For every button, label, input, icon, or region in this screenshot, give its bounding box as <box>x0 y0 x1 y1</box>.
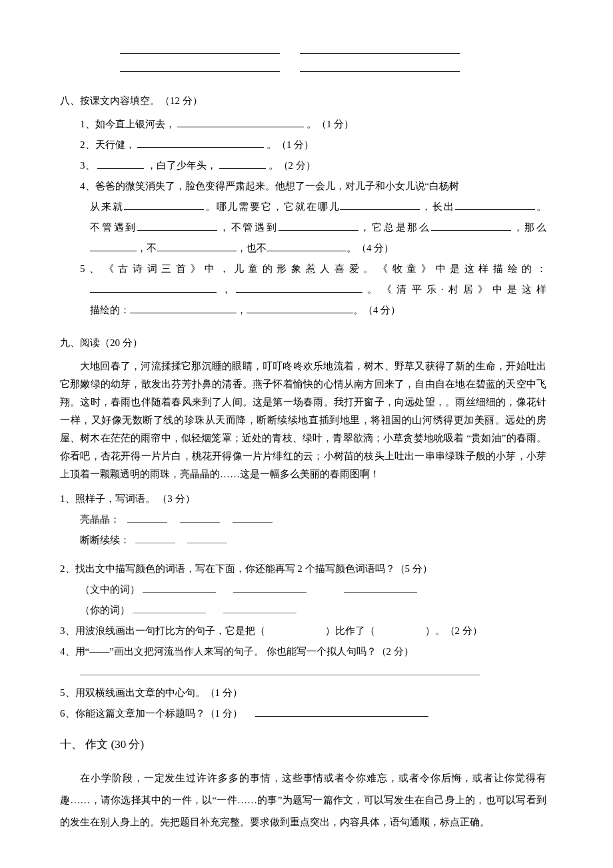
blank[interactable] <box>124 199 204 210</box>
q9-2a-label: （文中的词） <box>80 584 140 595</box>
blank[interactable] <box>455 199 535 210</box>
blank[interactable] <box>97 157 144 169</box>
q8-4a: 4、爸爸的微笑消失了，脸色变得严肃起来。他想了一会儿，对儿子和小女儿说“白杨树 <box>80 181 459 191</box>
q8-1-text: 1、如今直上银河去， <box>80 119 175 129</box>
q8-5-row2: ，。《清平乐·村居》中是这样 <box>90 281 546 299</box>
section-10-title: 十、 作文 (30 分) <box>60 735 546 755</box>
q8-5a: 5、《古诗词三首》中，儿童的形象惹人喜爱。《牧童》中是这样描绘的： <box>80 263 546 274</box>
q9-3: 3、用波浪线画出一句打比方的句子，它是把（ ）比作了（ ）。（2 分） <box>60 622 546 640</box>
blank[interactable] <box>130 302 237 313</box>
q8-4f: 不管遇到 <box>90 222 137 233</box>
blank[interactable] <box>247 302 353 313</box>
q9-4: 4、用“——”画出文把河流当作人来写的句子。 你也能写一个拟人句吗？（2 分） <box>60 643 546 661</box>
q8-5-tail: 。（4 分） <box>353 305 400 315</box>
q9-5: 5、用双横线画出文章的中心句。（1 分） <box>60 684 546 702</box>
blank-segment[interactable] <box>120 40 280 54</box>
q9-4-blank <box>60 663 546 681</box>
q8-3: 3、 ，白了少年头， 。（2 分） <box>80 157 546 175</box>
q9-6-text: 6、你能这篇文章加一个标题吗？（1 分） <box>60 708 243 719</box>
q8-5d: 描绘的： <box>90 305 130 315</box>
q8-4-row4: ，不，也不。（4 分） <box>90 239 546 257</box>
blank[interactable] <box>80 665 480 675</box>
q9-1a: 亮晶晶： <box>80 511 546 529</box>
blank-segment[interactable] <box>300 58 460 72</box>
blank[interactable] <box>233 513 273 523</box>
q8-4-row2: 从来就。哪儿需要它，它就在哪儿，长出。 <box>90 198 546 216</box>
q8-2-text: 2、天行健， <box>80 139 135 150</box>
q9-2b: （你的词） <box>80 601 546 619</box>
q8-4k: ，也不 <box>237 243 267 253</box>
blank[interactable] <box>137 219 217 231</box>
q8-5-row1: 5、《古诗词三首》中，儿童的形象惹人喜爱。《牧童》中是这样描绘的： <box>80 260 546 278</box>
blank[interactable] <box>233 583 306 593</box>
q9-1b: 断断续续： <box>80 531 546 549</box>
q8-3b: ，白了少年头， <box>147 160 217 171</box>
blank[interactable] <box>177 116 304 127</box>
q8-5e: ， <box>237 305 247 315</box>
blank[interactable] <box>219 157 266 169</box>
blank[interactable] <box>431 219 511 231</box>
blank[interactable] <box>180 513 220 523</box>
q9-2b-label: （你的词） <box>80 605 130 615</box>
blank[interactable] <box>127 513 167 523</box>
q9-1: 1、照样子，写词语。 （3 分） <box>60 490 546 508</box>
blank-row <box>120 40 546 54</box>
blank[interactable] <box>267 240 346 251</box>
blank[interactable] <box>223 603 297 613</box>
essay-prompt: 在小学阶段，一定发生过许许多多的事情，这些事情或者令你难忘，或者令你后悔，或者让… <box>60 767 546 833</box>
q8-4b: 从来就 <box>90 201 124 212</box>
q9-2a: （文中的词） <box>80 581 546 599</box>
q8-1-tail: 。（1 分） <box>306 119 354 129</box>
blank[interactable] <box>255 705 428 717</box>
top-blank-lines <box>120 40 546 72</box>
q8-4g: ，不管遇到 <box>217 222 279 233</box>
blank[interactable] <box>137 137 264 148</box>
q8-2: 2、天行健， 。（1 分） <box>80 136 546 154</box>
q8-4-row1: 4、爸爸的微笑消失了，脸色变得严肃起来。他想了一会儿，对儿子和小女儿说“白杨树 <box>80 177 546 195</box>
reading-passage: 大地回春了，河流揉揉它那沉睡的眼睛，叮叮咚咚欢乐地流着，树木、野草又获得了新的生… <box>60 357 546 483</box>
q8-4h: ，它总是那么 <box>358 222 431 233</box>
q9-6: 6、你能这篇文章加一个标题吗？（1 分） <box>60 705 546 723</box>
q8-3a: 3、 <box>80 160 95 171</box>
q8-5c: 。《清平乐·村居》中是这样 <box>362 284 546 295</box>
section-8-title: 八、按课文内容填空。（12 分） <box>60 92 546 110</box>
blank-segment[interactable] <box>300 40 460 54</box>
blank-row <box>120 58 546 72</box>
blank[interactable] <box>279 219 358 231</box>
blank[interactable] <box>340 199 420 210</box>
q8-5-row3: 描绘的：，。（4 分） <box>90 301 546 319</box>
blank[interactable] <box>344 583 417 593</box>
q8-4i: ，那么 <box>511 222 546 233</box>
q9-1a-label: 亮晶晶： <box>80 514 120 525</box>
q8-4e: 。 <box>535 201 546 212</box>
blank[interactable] <box>236 281 362 293</box>
q8-4l: 。（4 分） <box>346 243 394 253</box>
q8-2-tail: 。（1 分） <box>267 139 314 150</box>
blank[interactable] <box>90 240 137 251</box>
blank[interactable] <box>90 281 217 293</box>
q8-4c: 。哪儿需要它，它就在哪儿 <box>204 201 340 212</box>
blank[interactable] <box>157 240 237 251</box>
blank-segment[interactable] <box>120 58 280 72</box>
blank[interactable] <box>135 533 175 543</box>
blank[interactable] <box>133 603 206 613</box>
q8-3-tail: 。（2 分） <box>269 160 316 171</box>
blank[interactable] <box>187 533 227 543</box>
q9-2: 2、找出文中描写颜色的词语，写在下面，你还能再写 2 个描写颜色词语吗？（5 分… <box>60 560 546 578</box>
q8-1: 1、如今直上银河去， 。（1 分） <box>80 115 546 133</box>
q8-4-row3: 不管遇到，不管遇到，它总是那么，那么 <box>90 219 546 237</box>
q8-5b: ， <box>217 284 236 295</box>
section-9-title: 九、阅读（20 分） <box>60 334 546 352</box>
q8-4d: ，长出 <box>420 201 455 212</box>
q9-1b-label: 断断续续： <box>80 535 130 545</box>
blank[interactable] <box>143 583 216 593</box>
q8-4j: ，不 <box>137 243 157 253</box>
